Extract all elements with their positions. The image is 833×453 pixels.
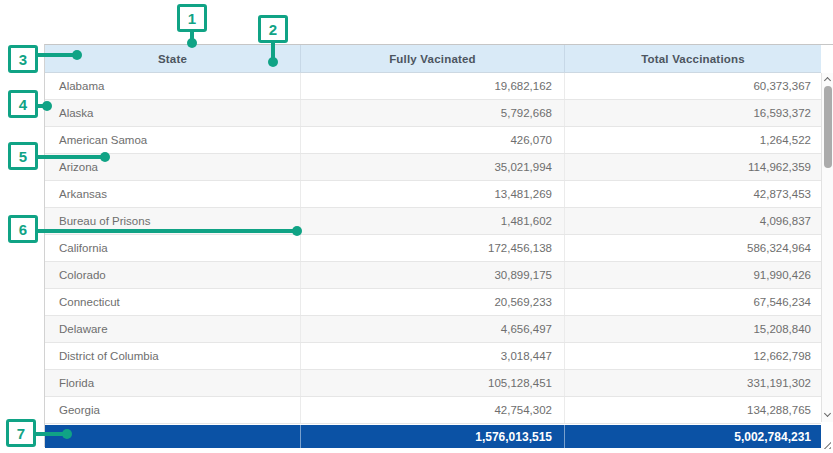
- summary-fully-vacinated-cell: 1,576,013,515: [300, 425, 564, 448]
- total-vaccinations-cell: 15,208,840: [564, 316, 821, 342]
- state-cell: Georgia: [45, 397, 300, 423]
- scroll-up-icon[interactable]: [824, 77, 831, 84]
- callout-6-line: [38, 229, 297, 233]
- callout-7: 7: [6, 419, 36, 447]
- table-row[interactable]: California 172,456,138 586,324,964: [45, 235, 821, 262]
- callout-3-dot: [72, 50, 82, 60]
- callout-1-dot: [187, 38, 197, 48]
- vertical-scrollbar[interactable]: [821, 73, 833, 422]
- state-cell: Arkansas: [45, 181, 300, 207]
- summary-total-vaccinations-cell: 5,002,784,231: [564, 425, 821, 448]
- callout-7-dot: [62, 429, 72, 439]
- fully-vacinated-cell: 1,481,602: [300, 208, 564, 234]
- scroll-down-icon[interactable]: [824, 410, 831, 417]
- fully-vacinated-cell: 13,481,269: [300, 181, 564, 207]
- callout-4: 4: [8, 90, 38, 118]
- summary-totals-row: 1,576,013,515 5,002,784,231: [45, 425, 821, 448]
- total-vaccinations-cell: 4,096,837: [564, 208, 821, 234]
- fully-vacinated-cell: 172,456,138: [300, 235, 564, 261]
- summary-state-cell: [45, 425, 300, 448]
- total-vaccinations-cell: 16,593,372: [564, 100, 821, 126]
- total-vaccinations-cell: 91,990,426: [564, 262, 821, 288]
- state-cell: Colorado: [45, 262, 300, 288]
- total-vaccinations-cell: 134,288,765: [564, 397, 821, 423]
- state-cell: Delaware: [45, 316, 300, 342]
- vaccinations-table: State Fully Vacinated Total Vaccinations…: [44, 44, 833, 447]
- total-vaccinations-cell: 67,546,234: [564, 289, 821, 315]
- table-row[interactable]: Florida 105,128,451 331,191,302: [45, 370, 821, 397]
- fully-vacinated-cell: 19,682,162: [300, 73, 564, 99]
- total-vaccinations-cell: 586,324,964: [564, 235, 821, 261]
- table-row[interactable]: Connecticut 20,569,233 67,546,234: [45, 289, 821, 316]
- total-vaccinations-cell: 114,962,359: [564, 154, 821, 180]
- callout-3: 3: [8, 45, 38, 73]
- fully-vacinated-cell: 35,021,994: [300, 154, 564, 180]
- fully-vacinated-cell: 5,792,668: [300, 100, 564, 126]
- table-row[interactable]: Colorado 30,899,175 91,990,426: [45, 262, 821, 289]
- callout-5-dot: [100, 152, 110, 162]
- total-vaccinations-cell: 331,191,302: [564, 370, 821, 396]
- table-row[interactable]: Arizona 35,021,994 114,962,359: [45, 154, 821, 181]
- scrollbar-thumb[interactable]: [824, 86, 832, 168]
- state-cell: District of Columbia: [45, 343, 300, 369]
- table-header-row: State Fully Vacinated Total Vaccinations: [45, 45, 821, 73]
- table-row[interactable]: Arkansas 13,481,269 42,873,453: [45, 181, 821, 208]
- total-vaccinations-cell: 12,662,798: [564, 343, 821, 369]
- fully-vacinated-cell: 42,754,302: [300, 397, 564, 423]
- callout-4-dot: [42, 101, 52, 111]
- fully-vacinated-cell: 30,899,175: [300, 262, 564, 288]
- column-header-state[interactable]: State: [45, 45, 300, 72]
- state-cell: California: [45, 235, 300, 261]
- callout-5: 5: [8, 142, 38, 170]
- callout-6-dot: [292, 226, 302, 236]
- callout-5-line: [38, 155, 105, 159]
- total-vaccinations-cell: 60,373,367: [564, 73, 821, 99]
- total-vaccinations-cell: 42,873,453: [564, 181, 821, 207]
- table-row[interactable]: Delaware 4,656,497 15,208,840: [45, 316, 821, 343]
- table-row[interactable]: District of Columbia 3,018,447 12,662,79…: [45, 343, 821, 370]
- column-header-fully-vacinated[interactable]: Fully Vacinated: [300, 45, 564, 72]
- fully-vacinated-cell: 4,656,497: [300, 316, 564, 342]
- column-header-total-vaccinations[interactable]: Total Vaccinations: [564, 45, 821, 72]
- fully-vacinated-cell: 20,569,233: [300, 289, 564, 315]
- callout-6: 6: [8, 215, 38, 243]
- callout-1: 1: [177, 4, 207, 32]
- table-body: Alabama 19,682,162 60,373,367 Alaska 5,7…: [45, 73, 821, 424]
- fully-vacinated-cell: 105,128,451: [300, 370, 564, 396]
- table-row[interactable]: Alabama 19,682,162 60,373,367: [45, 73, 821, 100]
- state-cell: Florida: [45, 370, 300, 396]
- callout-2: 2: [258, 15, 288, 43]
- state-cell: Alaska: [45, 100, 300, 126]
- fully-vacinated-cell: 426,070: [300, 127, 564, 153]
- state-cell: Alabama: [45, 73, 300, 99]
- fully-vacinated-cell: 3,018,447: [300, 343, 564, 369]
- state-cell: American Samoa: [45, 127, 300, 153]
- state-cell: Connecticut: [45, 289, 300, 315]
- callout-2-dot: [268, 57, 278, 67]
- total-vaccinations-cell: 1,264,522: [564, 127, 821, 153]
- table-row[interactable]: Georgia 42,754,302 134,288,765: [45, 397, 821, 424]
- table-row[interactable]: Alaska 5,792,668 16,593,372: [45, 100, 821, 127]
- table-row[interactable]: American Samoa 426,070 1,264,522: [45, 127, 821, 154]
